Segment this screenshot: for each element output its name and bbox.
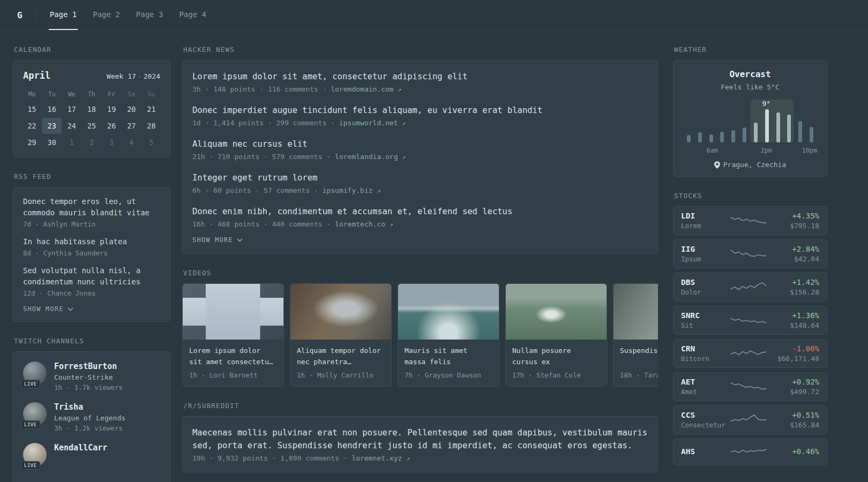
page-tab[interactable]: Page 2	[92, 0, 121, 30]
video-title[interactable]: Nullam posuere cursus ex	[512, 345, 600, 368]
news-item-domain-link[interactable]: loremlandia.org	[335, 153, 398, 161]
weather-bar	[810, 108, 813, 142]
news-item-title[interactable]: Donec imperdiet augue tincidunt felis al…	[192, 104, 648, 117]
stock-ticker[interactable]: AET	[681, 378, 727, 386]
external-link-icon[interactable]: ↗	[390, 221, 393, 228]
video-title[interactable]: Mauris sit amet massa felis	[405, 345, 492, 368]
stock-change-percent: +0.92%	[770, 378, 819, 386]
news-item-title[interactable]: Aliquam nec cursus elit	[192, 138, 648, 150]
stock-name: Dolor	[681, 288, 727, 296]
middle-column: HACKER NEWS Lorem ipsum dolor sit amet, …	[182, 31, 658, 472]
page-tab[interactable]: Page 4	[178, 0, 207, 30]
stock-sparkline	[730, 279, 767, 295]
news-item-domain-link[interactable]: ipsumify.biz	[323, 186, 373, 194]
video-card[interactable]: Lorem ipsum dolor sit amet consectetu… 1…	[182, 283, 284, 387]
news-item-title[interactable]: Donec enim nibh, condimentum et accumsan…	[192, 205, 648, 218]
twitch-channel-row[interactable]: LIVE KendallCarr	[23, 443, 160, 466]
news-item-meta: 16h · 468 points · 440 comments · loremt…	[192, 220, 648, 228]
reddit-post-meta: 19h · 9,932 points · 1,090 comments · lo…	[192, 454, 648, 462]
page-tab[interactable]: Page 3	[135, 0, 164, 30]
rss-item-title[interactable]: In hac habitasse platea	[23, 236, 160, 247]
rss-item-meta: 7d · Ashlyn Martin	[23, 220, 160, 228]
stock-ticker[interactable]: CCS	[681, 411, 727, 419]
stock-price: $165.84	[770, 421, 819, 429]
external-link-icon[interactable]: ↗	[377, 187, 380, 194]
video-title[interactable]: Lorem ipsum dolor sit amet consectetu…	[189, 345, 277, 368]
stock-row[interactable]: LDI Lorem +4.35% $795.18	[673, 206, 827, 235]
stock-change-percent: +0.46%	[770, 447, 819, 456]
calendar-separator: ·	[136, 72, 144, 80]
news-item-title[interactable]: Integer eget rutrum lorem	[192, 171, 648, 184]
stock-identity: AHS	[681, 447, 727, 457]
twitch-channel-name[interactable]: KendallCarr	[54, 443, 107, 453]
video-card-body: Nullam posuere cursus ex 17h · Stefan Co…	[506, 340, 607, 386]
news-item: Donec enim nibh, condimentum et accumsan…	[192, 205, 648, 228]
news-item: Aliquam nec cursus elit 21h · 710 points…	[192, 138, 648, 161]
stock-price: $795.18	[770, 222, 819, 230]
video-card[interactable]: Mauris sit amet massa felis 7h · Grayson…	[398, 283, 499, 387]
left-column: CALENDAR April Week 17·2024 Mo Tu We Th	[13, 31, 170, 482]
app-logo[interactable]: G	[13, 0, 35, 30]
external-link-icon[interactable]: ↗	[406, 455, 410, 462]
video-card[interactable]: Suspendisse diam 18h · Tara	[613, 283, 658, 387]
twitch-channel-row[interactable]: LIVE Trisha League of Legends 3h · 1.2k …	[23, 402, 160, 432]
video-title[interactable]: Suspendisse diam	[620, 345, 658, 368]
page-tab[interactable]: Page 1	[49, 0, 78, 30]
calendar-day-cell: 17	[62, 101, 81, 117]
rss-item-title[interactable]: Sed volutpat nulla nisl, a condimentum n…	[23, 265, 160, 288]
stock-row[interactable]: SNRC Sit +1.36% $148.64	[673, 306, 827, 335]
stock-row[interactable]: IIG Ipsum +2.84% $42.04	[673, 239, 827, 268]
dashboard-content: CALENDAR April Week 17·2024 Mo Tu We Th	[0, 31, 868, 482]
video-thumbnail[interactable]	[613, 284, 658, 340]
calendar-day-cell: 20	[122, 101, 141, 117]
stock-row[interactable]: CCS Consectetur +0.51% $165.84	[673, 405, 827, 434]
video-thumbnail[interactable]	[183, 284, 283, 340]
calendar-day-cell: 27	[122, 118, 141, 134]
twitch-channel-game: Counter-Strike	[54, 373, 123, 381]
calendar-day-cell: 30	[42, 134, 62, 150]
twitch-channel-name[interactable]: ForrestBurton	[54, 362, 123, 371]
external-link-icon[interactable]: ↗	[402, 153, 406, 161]
rss-item-meta: 12d · Chance Jones	[23, 289, 160, 297]
hackernews-show-more-button[interactable]: SHOW MORE	[192, 236, 648, 244]
rss-item-title[interactable]: Donec tempor eros leo, ut commodo mauris…	[23, 196, 160, 219]
external-link-icon[interactable]: ↗	[402, 119, 406, 127]
hackernews-show-more-label: SHOW MORE	[192, 236, 233, 244]
stock-row[interactable]: DBS Dolor +1.42% $156.28	[673, 273, 827, 302]
news-item-title[interactable]: Lorem ipsum dolor sit amet, consectetur …	[192, 70, 648, 83]
stock-row[interactable]: AHS +0.46%	[673, 439, 827, 465]
stock-row[interactable]: CRN Bitcorn -1.00% $66,171.48	[673, 339, 827, 368]
twitch-channel-name[interactable]: Trisha	[54, 402, 125, 412]
hackernews-items: Lorem ipsum dolor sit amet, consectetur …	[192, 70, 648, 228]
calendar-day-cell: 22	[22, 118, 42, 134]
video-meta: 1h · Lori Barnett	[189, 371, 277, 379]
video-thumbnail[interactable]	[290, 284, 391, 340]
video-title[interactable]: Aliquam tempor dolor nec pharetra…	[297, 345, 385, 368]
calendar-day-cell: 25	[81, 118, 101, 134]
calendar-day-cell: 18	[81, 101, 101, 117]
stock-ticker[interactable]: LDI	[681, 212, 727, 220]
stock-identity: CCS Consectetur	[681, 411, 727, 429]
video-card[interactable]: Aliquam tempor dolor nec pharetra… 1h · …	[290, 283, 392, 387]
twitch-channel-row[interactable]: LIVE ForrestBurton Counter-Strike 1h · 1…	[23, 362, 160, 391]
stock-ticker[interactable]: AHS	[681, 447, 727, 456]
calendar-section-header: CALENDAR	[14, 46, 169, 54]
video-thumbnail[interactable]	[506, 284, 607, 340]
calendar-day-cell: 24	[62, 118, 81, 134]
external-link-icon[interactable]: ↗	[398, 86, 402, 93]
stock-ticker[interactable]: IIG	[681, 245, 727, 253]
rss-show-more-button[interactable]: SHOW MORE	[23, 305, 160, 313]
stock-ticker[interactable]: SNRC	[681, 311, 727, 320]
reddit-post-title[interactable]: Maecenas mollis pulvinar erat non posuer…	[192, 426, 648, 452]
news-item-domain-link[interactable]: loremtech.co	[335, 220, 385, 228]
video-card[interactable]: Nullam posuere cursus ex 17h · Stefan Co…	[505, 283, 607, 387]
news-item-domain-link[interactable]: ipsumworld.net	[339, 119, 398, 127]
stock-identity: DBS Dolor	[681, 278, 727, 296]
stock-ticker[interactable]: DBS	[681, 278, 727, 287]
reddit-post-domain-link[interactable]: loremnet.xyz	[351, 454, 402, 462]
stock-ticker[interactable]: CRN	[681, 344, 727, 353]
stock-row[interactable]: AET Amet +0.92% $499.72	[673, 372, 827, 401]
news-item-domain-link[interactable]: loremdomain.com	[331, 85, 393, 93]
video-thumbnail[interactable]	[398, 284, 499, 340]
calendar-widget: April Week 17·2024 Mo Tu We Th Fr Sa	[13, 60, 170, 157]
